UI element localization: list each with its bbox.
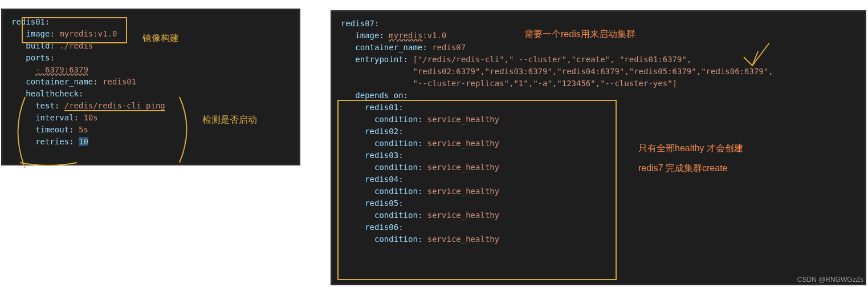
yaml-key: entrypoint: [355, 55, 403, 64]
code-line: condition: service_healthy: [341, 185, 856, 197]
watermark: CSDN @RNGWGzZs: [797, 276, 863, 284]
yaml-key: image: [26, 29, 50, 38]
yaml-key: healthcheck: [26, 89, 79, 98]
code-line: - 6379:6379: [11, 64, 290, 76]
code-line: entrypoint: ["/redis/redis-cli"," --clus…: [341, 54, 856, 66]
yaml-key: container_name: [355, 43, 422, 52]
yaml-key: container_name: [26, 77, 93, 86]
yaml-value: myredis: [389, 31, 422, 40]
yaml-value: service_healthy: [427, 187, 499, 196]
yaml-value: service_healthy: [427, 163, 499, 172]
code-line: "redis02:6379","redis03:6379","redis04:6…: [341, 66, 856, 78]
yaml-key: condition: [374, 211, 418, 220]
code-line: container_name: redis01: [11, 76, 290, 88]
yaml-key: redis04: [365, 175, 398, 184]
code-line: redis06:: [341, 221, 856, 233]
yaml-key: test: [35, 101, 55, 110]
yaml-value: service_healthy: [427, 211, 499, 220]
code-line: condition: service_healthy: [341, 209, 856, 221]
yaml-value: :v1.0: [422, 31, 446, 40]
annotation-only-healthy: 只有全部healthy 才会创建: [638, 143, 743, 155]
code-line: ports:: [11, 52, 290, 64]
code-line: redis02:: [341, 126, 856, 138]
code-line: condition: service_healthy: [341, 138, 856, 149]
yaml-key: condition: [374, 187, 418, 196]
code-line: retries: 10: [11, 136, 290, 148]
code-editor-right: redis07: image: myredis:v1.0 container_n…: [331, 10, 866, 285]
yaml-value: /redis/redis-cli ping: [64, 101, 165, 111]
yaml-value: redis07: [432, 43, 466, 52]
yaml-key: build: [26, 41, 50, 50]
yaml-key: redis07: [341, 19, 374, 28]
yaml-value: myredis:v1.0: [59, 29, 117, 38]
yaml-key: ports: [26, 53, 50, 62]
yaml-value: 10: [79, 137, 88, 146]
yaml-key: redis01: [365, 103, 398, 112]
annotation-health-detect: 检测是否启动: [202, 114, 257, 126]
code-line: condition: service_healthy: [341, 161, 856, 173]
code-line: redis05:: [341, 197, 856, 209]
yaml-key: image: [355, 31, 379, 40]
yaml-value: 10s: [83, 113, 97, 122]
annotation-image-build: 镜像构建: [142, 33, 179, 45]
code-line: redis01:: [341, 102, 856, 114]
yaml-key: timeout: [35, 125, 69, 134]
yaml-value: redis01: [103, 77, 136, 86]
yaml-value: ./redis: [59, 41, 93, 50]
yaml-key: depends_on: [355, 91, 403, 100]
code-line: container_name: redis07: [341, 42, 856, 54]
yaml-key: redis01: [11, 17, 45, 26]
code-line: redis01:: [11, 16, 290, 28]
yaml-key: condition: [374, 235, 418, 244]
code-line: condition: service_healthy: [341, 233, 856, 245]
yaml-value: "redis02:6379","redis03:6379","redis04:6…: [413, 67, 773, 76]
code-line: depends_on:: [341, 90, 856, 102]
code-line: redis03:: [341, 149, 856, 161]
yaml-key: redis02: [365, 127, 398, 136]
yaml-key: retries: [35, 137, 69, 146]
yaml-value: ["/redis/redis-cli"," --cluster","create…: [413, 55, 691, 64]
code-line: healthcheck:: [11, 88, 290, 100]
yaml-key: interval: [35, 113, 74, 122]
yaml-value: service_healthy: [427, 139, 499, 148]
yaml-value: - 6379:6379: [35, 65, 88, 74]
yaml-key: condition: [374, 163, 418, 172]
deps-container: redis01: condition: service_healthy redi…: [341, 102, 856, 245]
yaml-value: "--cluster-replicas","1","-a","123456","…: [413, 79, 677, 88]
annotation-need-redis: 需要一个redis用来启动集群: [524, 29, 635, 41]
yaml-key: redis03: [365, 151, 398, 160]
code-line: condition: service_healthy: [341, 114, 856, 126]
code-line: "--cluster-replicas","1","-a","123456","…: [341, 78, 856, 90]
yaml-key: redis06: [365, 223, 398, 232]
yaml-value: 5s: [79, 125, 88, 134]
code-line: redis07:: [341, 18, 856, 30]
code-line: test: /redis/redis-cli ping: [11, 100, 290, 112]
yaml-key: condition: [374, 115, 418, 124]
annotation-redis7-complete: redis7 完成集群create: [638, 163, 728, 175]
yaml-value: service_healthy: [427, 235, 499, 244]
yaml-key: redis05: [365, 199, 398, 208]
yaml-key: condition: [374, 139, 418, 148]
yaml-value: service_healthy: [427, 115, 499, 124]
code-line: redis04:: [341, 173, 856, 185]
